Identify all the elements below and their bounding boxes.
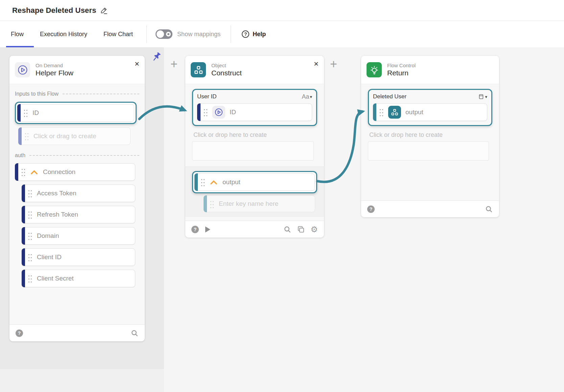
field-label: Client ID xyxy=(37,253,62,261)
mapped-value-label: ID xyxy=(230,108,236,116)
search-button[interactable] xyxy=(283,225,291,234)
drop-hint: Click or drop here to create xyxy=(369,131,492,139)
field-type-selector[interactable]: ▾ xyxy=(478,94,487,100)
drag-bar xyxy=(373,103,376,121)
card-title: Return xyxy=(387,69,416,77)
drag-dots-icon xyxy=(24,132,29,141)
drag-bar xyxy=(15,163,18,181)
group-deleted-user: Deleted User ▾ xyxy=(368,89,492,126)
source-object-chip xyxy=(388,106,401,119)
object-icon xyxy=(191,62,206,77)
field-connection[interactable]: Connection xyxy=(15,163,135,181)
help-badge-icon[interactable]: ? xyxy=(191,226,199,233)
on-demand-play-icon xyxy=(15,62,30,77)
drag-dots-icon xyxy=(210,200,214,209)
field-label: Refresh Token xyxy=(37,211,78,218)
drop-zone[interactable] xyxy=(192,141,314,161)
section-label: auth xyxy=(15,152,25,158)
section-inputs: Inputs to this Flow xyxy=(15,91,139,97)
copy-icon xyxy=(297,225,305,234)
help-button[interactable]: ? Help xyxy=(242,30,266,38)
play-icon xyxy=(204,226,211,233)
drag-dots-icon xyxy=(203,108,208,117)
search-icon xyxy=(131,329,139,337)
copy-button[interactable] xyxy=(297,225,305,234)
group-user-id: User ID Aa ▾ xyxy=(192,89,317,126)
tab-flow[interactable]: Flow xyxy=(6,21,28,47)
insert-step-button[interactable]: + xyxy=(170,58,178,70)
placeholder-label: Enter key name here xyxy=(219,200,278,207)
help-badge-icon[interactable]: ? xyxy=(367,205,375,213)
search-button[interactable] xyxy=(485,205,493,213)
card-footer: ? ⚙ xyxy=(185,221,324,238)
tab-execution-history[interactable]: Execution History xyxy=(35,21,92,47)
field-access-token[interactable]: Access Token xyxy=(22,185,135,202)
field-refresh-token[interactable]: Refresh Token xyxy=(22,206,135,223)
toggle-knob xyxy=(157,30,164,38)
card-footer: ? xyxy=(361,200,499,217)
tab-flow-chart[interactable]: Flow Chart xyxy=(99,21,138,47)
search-button[interactable] xyxy=(131,329,139,337)
drag-bar xyxy=(22,185,25,202)
drag-bar xyxy=(17,104,21,122)
field-id[interactable]: ID xyxy=(17,104,134,122)
chevron-up-icon xyxy=(210,180,218,185)
settings-button[interactable]: ⚙ xyxy=(310,225,318,234)
help-label: Help xyxy=(253,31,266,38)
drag-bar xyxy=(22,227,25,245)
field-label: Access Token xyxy=(37,190,76,197)
divider xyxy=(146,25,147,43)
group-label: Deleted User xyxy=(373,93,406,100)
search-icon xyxy=(283,225,291,234)
close-card-button[interactable]: × xyxy=(135,60,139,68)
field-label: Domain xyxy=(37,232,59,240)
toggle-ring xyxy=(166,32,171,36)
card-category: Object xyxy=(211,63,242,68)
lightbulb-icon xyxy=(367,62,382,77)
insert-step-button[interactable]: + xyxy=(330,58,337,70)
field-user-id-mapping[interactable]: ID xyxy=(197,103,312,121)
drag-dots-icon xyxy=(21,168,26,177)
field-deleted-user-mapping[interactable]: output xyxy=(373,103,487,121)
help-badge-icon[interactable]: ? xyxy=(16,329,23,337)
field-label: Client Secret xyxy=(37,275,74,282)
drag-dots-icon xyxy=(28,253,32,262)
field-type-selector[interactable]: Aa ▾ xyxy=(302,93,312,100)
chevron-down-icon: ▾ xyxy=(310,94,312,99)
pin-button[interactable] xyxy=(151,51,162,65)
card-header[interactable]: On Demand Helper Flow × xyxy=(9,56,145,84)
field-label: ID xyxy=(32,109,39,117)
card-header[interactable]: Object Construct × xyxy=(185,56,324,84)
section-label: Inputs to this Flow xyxy=(15,91,58,97)
placeholder-label: Click or drag to create xyxy=(33,132,96,140)
field-domain[interactable]: Domain xyxy=(22,227,135,245)
field-client-id[interactable]: Client ID xyxy=(22,248,135,266)
show-mappings-toggle[interactable] xyxy=(156,29,172,39)
object-type-icon xyxy=(478,94,484,100)
drop-zone[interactable] xyxy=(368,141,489,161)
drag-dots-icon xyxy=(379,108,384,117)
page-title: Reshape Deleted Users xyxy=(12,6,96,15)
card-header[interactable]: Flow Control Return xyxy=(361,56,499,84)
card-title: Construct xyxy=(211,69,242,77)
drag-bar xyxy=(18,127,22,145)
section-dash xyxy=(29,155,139,156)
selected-field-wrapper: output xyxy=(192,171,317,193)
mapped-value-label: output xyxy=(405,108,423,116)
pencil-icon xyxy=(100,6,108,15)
close-card-button[interactable]: × xyxy=(314,60,319,68)
run-button[interactable] xyxy=(204,226,211,233)
create-field-placeholder[interactable]: Click or drag to create xyxy=(18,127,131,145)
section-auth: auth xyxy=(15,152,139,158)
flow-canvas: + + On Demand Helper Flow × xyxy=(0,47,564,392)
key-name-placeholder[interactable]: Enter key name here xyxy=(204,195,315,212)
card-helper-flow: On Demand Helper Flow × Inputs to this F… xyxy=(9,56,145,341)
field-output[interactable]: output xyxy=(194,173,315,191)
drag-dots-icon xyxy=(23,109,28,118)
field-client-secret[interactable]: Client Secret xyxy=(22,270,135,287)
help-icon: ? xyxy=(242,30,249,38)
drag-bar xyxy=(22,270,25,287)
drag-bar xyxy=(197,103,201,121)
edit-title-button[interactable] xyxy=(100,6,108,15)
drag-dots-icon xyxy=(28,274,32,284)
